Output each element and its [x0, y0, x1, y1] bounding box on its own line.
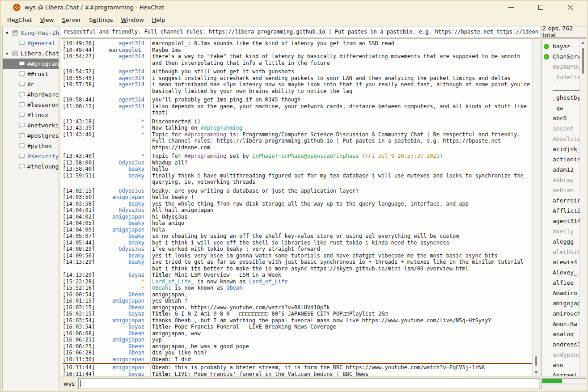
chat-line: [16:06:23]Obeahamigojapan, he was a good… [63, 343, 532, 350]
userlist-item-adam12[interactable]: adam12 [542, 164, 580, 175]
tree-channel-hardware[interactable]: #hardware [3, 89, 59, 100]
chat-line: [16:06:21]amigojapanyup [63, 337, 532, 343]
userlist-item-amigojapan[interactable]: amigojapan [542, 298, 580, 308]
userlist-item-alexey[interactable]: Alexey_ [542, 267, 580, 278]
tree-server-xing-hai-zha[interactable]: ▼Xing-Hai-Zha [3, 28, 59, 38]
message-text: yes the whole thing from raw disk storag… [148, 201, 532, 207]
userlist-item-amun-ra[interactable]: Amun-Ra [542, 319, 580, 329]
userlist-item-abs3nt[interactable]: abs3nt [542, 123, 580, 134]
message-input[interactable] [78, 378, 540, 389]
chat-scrollbar-thumb[interactable] [535, 356, 537, 366]
scroll-down-icon[interactable]: ▼ [533, 370, 540, 375]
message-link[interactable]: https://libera-programming.github.io [217, 138, 333, 144]
scroll-up-icon[interactable]: ▲ [580, 40, 586, 45]
message-text: hola amigo [148, 220, 532, 227]
timestamp: [10:49:26] [63, 40, 95, 47]
userlist-item-ano[interactable]: ano [542, 360, 580, 370]
message-segment: yes the whole thing from raw disk storag… [152, 201, 469, 207]
tree-expander-icon[interactable]: ▼ [6, 51, 11, 56]
tree-channel-c[interactable]: #c [3, 79, 59, 89]
chat-line: [14:09:56]beakyyes it looks very nice im… [63, 253, 532, 259]
userlist-scrollbar[interactable]: ▲ [580, 38, 586, 376]
chat-scrollbar[interactable]: ▼ [532, 39, 540, 376]
userlist-item-affliction[interactable]: Affliction [542, 206, 580, 216]
message-link[interactable]: https://www.youtube.com/watch?v=R8lUVd1O… [191, 304, 330, 311]
message-text: you'll probably get 1ms ping if on RJ45 … [148, 97, 532, 103]
user-count-box: 2 ops, 762 total [542, 26, 586, 38]
tree-channel-general[interactable]: #general [3, 38, 59, 48]
timestamp: [13:58:00] [63, 160, 95, 166]
message-segment: ##programming [184, 131, 226, 138]
userlist-item-agent314[interactable]: agent314 [542, 216, 580, 226]
tree-channel-rust[interactable]: ##rust [3, 69, 59, 79]
tree-server-libera-chat[interactable]: ▼Libera.Chat [3, 48, 59, 59]
message-link[interactable]: https://www.youtube.com/watch?v=FqCVSj-1… [346, 364, 485, 371]
userlist-item-alethkit[interactable]: alethkit [542, 247, 580, 257]
userlist-item-bayaz[interactable]: bayaz [542, 41, 580, 51]
userlist-item-082abpqu[interactable]: 082ABPQU [542, 62, 580, 72]
userlist-item-analoq[interactable]: analoq [542, 329, 580, 339]
tree-channel-python[interactable]: #python [3, 141, 59, 151]
tree-expander-icon[interactable]: ▼ [6, 31, 11, 35]
tree-channel-thelounge[interactable]: #thelounge [3, 161, 59, 172]
message-link[interactable]: https://www.youtube.com/live/N5q-HfSysyY [362, 317, 491, 324]
menu-window[interactable]: Window [117, 15, 148, 25]
timestamp: [16:06:23] [63, 343, 95, 350]
userlist-item-adbray[interactable]: Adbray [542, 175, 580, 185]
tree-channel-postgresql[interactable]: #postgresql [3, 131, 59, 141]
userlist-item-actioning[interactable]: actioning [542, 154, 580, 164]
tree-channel-linux[interactable]: #linux [3, 110, 59, 120]
menu-view[interactable]: View [36, 15, 58, 25]
message-link[interactable]: https://ideone.com [152, 144, 210, 151]
timestamp: [16:06:08] [63, 330, 95, 337]
message-segment: amigojapan, [152, 291, 187, 298]
title-bar[interactable]: wys @ Libera.Chat / ##programming - HexC… [0, 0, 588, 14]
timestamp: [14:04:09] [63, 227, 95, 233]
userlist-item-acidjnk[interactable]: acidjnk_ [542, 144, 580, 154]
userlist-item-amirouche[interactable]: amirouche [542, 308, 580, 319]
tree-channel-networking[interactable]: #networking [3, 120, 59, 131]
message-text: amigojapan, [148, 291, 532, 298]
message-link[interactable]: https://bpaste.net [443, 138, 501, 144]
userlist-item-anzrael[interactable]: Anzrael [542, 370, 580, 376]
userlist-item-andreas3[interactable]: andreas3 [542, 339, 580, 350]
userlist-item-alfiee[interactable]: alfiee [542, 278, 580, 288]
tree-channel-lesswrong[interactable]: #lesswrong [3, 100, 59, 110]
menu-server[interactable]: Server [58, 15, 85, 25]
userlist-item-akelly[interactable]: akelly [542, 226, 580, 236]
chat-line: [14:04:02]amigojapanhi Odyss3us [63, 214, 532, 220]
text-caret [80, 380, 81, 387]
menu-hexchat[interactable]: HexChat [3, 15, 36, 25]
userlist-item-0xdelta[interactable]: _0xdelta [542, 72, 580, 82]
userlist-item-chanserv[interactable]: ChanServ [542, 51, 580, 62]
minimize-button[interactable] [504, 2, 518, 12]
close-button[interactable] [563, 2, 577, 12]
menu-settings[interactable]: Settings [85, 15, 117, 25]
tree-channel-security[interactable]: #security [3, 151, 59, 161]
userlist-item-alewis4[interactable]: alewis4 [542, 257, 580, 267]
message-segment: ) [440, 153, 443, 159]
user-nick: alfiee [553, 279, 574, 286]
event-star: * [95, 118, 148, 125]
menu-help[interactable]: Help [148, 15, 169, 25]
userlist-item-ghostby[interactable]: _ghostby_ [542, 93, 580, 103]
message-nick: Obeah [95, 343, 148, 350]
userlist-item-abc0[interactable]: abc0 [542, 113, 580, 123]
userlist-item-amadiro[interactable]: Amadiro_ [542, 288, 580, 298]
userlist-item-aebian[interactable]: aebian [542, 185, 580, 195]
userlist-item-absolute[interactable]: Absolute [542, 134, 580, 144]
userlist-scrollbar-thumb[interactable] [582, 48, 584, 74]
message-nick: bayaz [95, 371, 148, 376]
message-text: Obeah: I did [148, 356, 532, 363]
userlist-item-aferreira[interactable]: aferreira [542, 195, 580, 206]
tree-label: #general [27, 40, 55, 46]
message-link[interactable]: https://skyzh.github.io/mini-lsm/00-over… [310, 266, 469, 272]
tree-channel-programming[interactable]: ##programming [3, 59, 59, 69]
userlist-item-item[interactable]: ________ [542, 82, 580, 93]
userlist-item-andypand[interactable]: andypand [542, 350, 580, 360]
userlist-item-aleggg[interactable]: aleggg [542, 236, 580, 247]
userlist-item-qw[interactable]: _qw [542, 103, 580, 113]
message-segment: yes it looks very nice im gonna watch so… [152, 253, 498, 259]
maximize-button[interactable] [534, 2, 547, 12]
topic-input[interactable] [61, 26, 541, 38]
